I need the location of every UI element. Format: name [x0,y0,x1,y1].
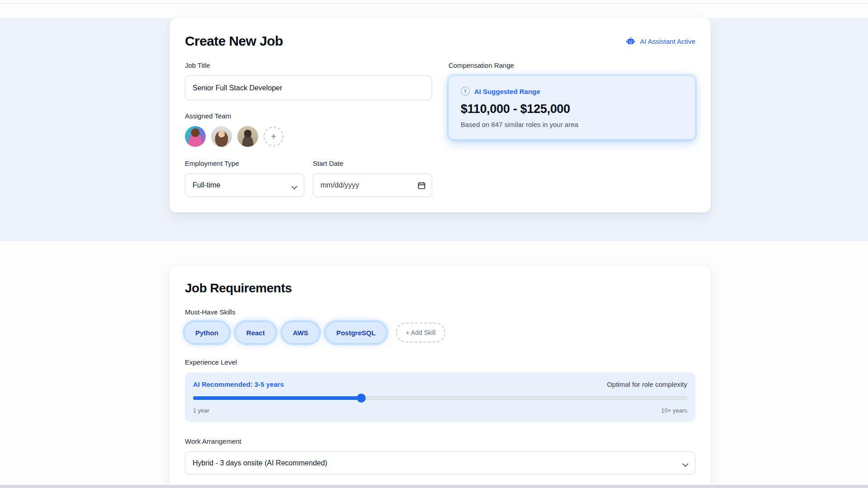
create-job-card: Create New Job [170,18,711,212]
chevron-down-icon [682,461,689,465]
compensation-range-value: $110,000 - $125,000 [461,102,683,116]
start-date-field: Start Date mm/dd/yyyy [313,160,432,197]
work-arrangement-label: Work Arrangement [185,437,695,445]
employment-type-label: Employment Type [185,160,304,167]
robot-icon [626,37,636,45]
skill-chip-python[interactable]: Python [185,322,229,343]
job-title-input[interactable] [185,75,432,100]
team-member-avatar-3[interactable] [237,126,258,147]
ai-suggested-range-panel: ! AI Suggested Range $110,000 - $125,000… [448,75,695,140]
start-date-input[interactable]: mm/dd/yyyy [313,174,432,197]
add-team-member-button[interactable]: + [264,127,283,146]
browser-top-edge [0,0,868,4]
compensation-label: Compensation Range [448,61,695,69]
create-job-title: Create New Job [185,33,283,49]
assigned-team-row: + [185,126,432,147]
add-skill-button[interactable]: + Add Skill [396,323,446,343]
ai-recommendation-text: AI Recommended: 3-5 years [193,380,284,388]
experience-slider-fill [193,396,361,400]
ai-suggested-range-label: AI Suggested Range [474,88,540,95]
slider-max-label: 10+ years [661,407,687,414]
start-date-label: Start Date [313,160,432,167]
skills-chip-row: Python React AWS PostgreSQL + Add Skill [185,322,695,343]
team-member-avatar-1[interactable] [185,126,206,147]
employment-type-field: Employment Type Full-time [185,160,304,197]
info-icon: ! [461,87,470,96]
skill-chip-aws[interactable]: AWS [283,322,319,343]
create-job-right-column: Compensation Range ! AI Suggested Range … [448,61,695,197]
skill-chip-react[interactable]: React [236,322,275,343]
plus-icon: + [271,132,276,141]
chevron-down-icon [291,183,297,188]
section-create-job: Create New Job [0,18,868,241]
ai-assistant-badge-label[interactable]: AI Assistant Active [640,38,695,45]
experience-slider-thumb[interactable] [357,394,366,403]
slider-min-label: 1 year [193,407,209,414]
section-job-requirements: Job Requirements Must-Have Skills Python… [0,266,868,488]
work-arrangement-select[interactable]: Hybrid - 3 days onsite (AI Recommended) [185,451,695,474]
compensation-caption: Based on 847 similar roles in your area [461,121,683,128]
job-title-label: Job Title [185,61,432,69]
job-requirements-card: Job Requirements Must-Have Skills Python… [170,266,711,488]
page: Create New Job [0,0,868,488]
create-job-left-column: Job Title Assigned Team + [185,61,432,197]
experience-slider[interactable] [193,394,687,403]
browser-bottom-edge [0,485,868,488]
work-arrangement-value: Hybrid - 3 days onsite (AI Recommended) [193,459,327,467]
experience-level-label: Experience Level [185,358,695,366]
job-requirements-title: Job Requirements [185,281,695,296]
calendar-icon[interactable] [418,182,425,189]
team-member-avatar-2[interactable] [211,126,232,147]
start-date-placeholder: mm/dd/yyyy [321,181,359,189]
slider-hint-text: Optimal for role complexity [607,380,687,388]
skill-chip-postgresql[interactable]: PostgreSQL [326,322,386,343]
ai-assistant-badge: AI Assistant Active [626,37,695,45]
employment-type-select[interactable]: Full-time [185,174,304,197]
employment-type-value: Full-time [193,181,220,189]
must-have-skills-label: Must-Have Skills [185,308,695,316]
experience-slider-panel: AI Recommended: 3-5 years Optimal for ro… [185,372,695,422]
assigned-team-label: Assigned Team [185,112,432,120]
